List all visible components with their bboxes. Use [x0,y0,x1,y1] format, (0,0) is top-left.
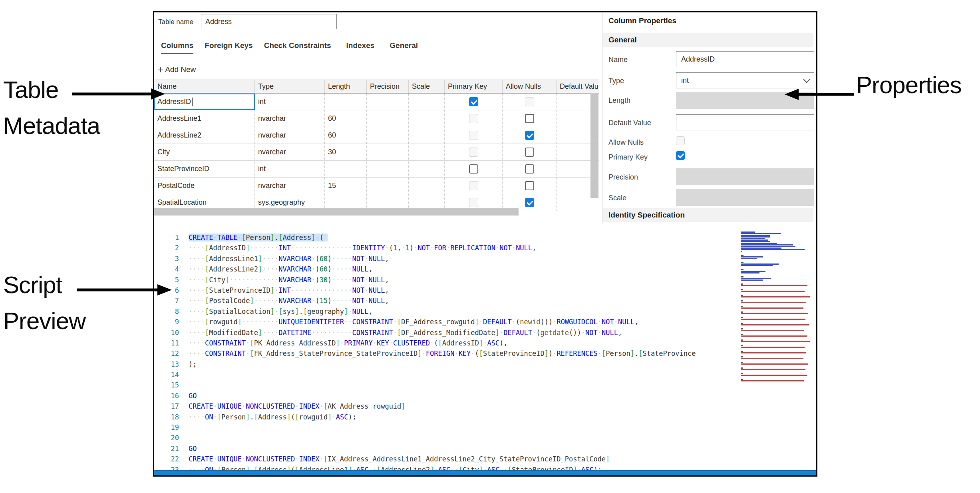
primary-key-checkbox[interactable] [469,97,478,106]
script-line[interactable]: 6····[StateProvinceID]·INT··············… [154,285,738,295]
cell-scale[interactable] [409,110,445,127]
cell-precision[interactable] [367,144,409,160]
script-line[interactable]: 10····[ModifiedDate]····DATETIME········… [154,327,738,338]
script-line[interactable]: 16GO [154,391,738,401]
table-name-input[interactable] [201,14,337,29]
tab-indexes[interactable]: Indexes [346,41,375,54]
allow-nulls-checkbox[interactable] [525,148,534,157]
cell-primary-key[interactable] [445,110,503,127]
cell-type[interactable]: nvarchar [255,144,325,160]
script-line[interactable]: 5····[City]············NVARCHAR·(30)····… [154,275,738,285]
cell-primary-key[interactable] [445,178,503,194]
cell-length[interactable]: 60 [325,110,367,127]
prop-type-select[interactable]: int [676,72,814,88]
table-row[interactable]: Citynvarchar30 [154,144,599,161]
table-row[interactable]: AddressLine1nvarchar60 [154,110,599,127]
script-line[interactable]: 7····[PostalCode]······NVARCHAR·(15)····… [154,295,738,306]
table-row[interactable]: AddressIDint [154,94,599,110]
cell-allow-nulls[interactable] [503,110,557,127]
cell-scale[interactable] [409,94,445,110]
col-header-allow-nulls[interactable]: Allow Nulls [503,80,557,93]
col-header-scale[interactable]: Scale [409,80,445,93]
allow-nulls-checkbox[interactable] [525,131,534,140]
cell-precision[interactable] [367,161,409,177]
script-line[interactable]: 22CREATE·UNIQUE·NONCLUSTERED·INDEX·[IX_A… [154,454,738,464]
cell-name[interactable]: City [154,144,255,160]
add-new-button[interactable]: + Add New [157,65,196,74]
cell-allow-nulls[interactable] [503,178,557,194]
cell-name[interactable]: PostalCode [154,178,255,194]
script-line[interactable]: 1CREATE·TABLE·[Person].[Address]·( [154,232,738,243]
script-line[interactable]: 19 [154,422,738,433]
table-row[interactable]: AddressLine2nvarchar60 [154,127,599,144]
allow-nulls-checkbox[interactable] [525,114,534,123]
cell-primary-key[interactable] [445,161,503,177]
cell-primary-key[interactable] [445,94,503,110]
allow-nulls-checkbox[interactable] [525,181,534,190]
primary-key-checkbox[interactable] [469,164,478,174]
cell-precision[interactable] [367,94,409,110]
col-header-precision[interactable]: Precision [367,80,409,93]
prop-primary-key-checkbox[interactable] [676,151,685,160]
cell-type[interactable]: int [255,94,325,110]
cell-length[interactable]: 15 [325,178,367,194]
cell-scale[interactable] [409,127,445,144]
section-general[interactable]: General [603,33,813,47]
script-line[interactable]: 18····ON·[Person].[Address]([rowguid]·AS… [154,412,738,422]
col-header-default-value[interactable]: Default Valu [557,80,599,93]
col-header-length[interactable]: Length [325,80,367,93]
script-line[interactable]: 15 [154,380,738,390]
editor-minimap[interactable] [741,232,813,409]
script-line[interactable]: 21GO [154,443,738,454]
cell-primary-key[interactable] [445,127,503,144]
cell-type[interactable]: int [255,161,325,177]
cell-name[interactable]: AddressID [154,94,255,110]
script-line[interactable]: 2····[AddressID]·······INT··············… [154,243,738,253]
cell-type[interactable]: nvarchar [255,127,325,144]
cell-precision[interactable] [367,127,409,144]
script-line[interactable]: 12····CONSTRAINT·[FK_Address_StateProvin… [154,348,738,359]
tab-check-constraints[interactable]: Check Constraints [264,41,331,54]
cell-length[interactable] [325,161,367,177]
cell-length[interactable]: 60 [325,127,367,144]
cell-allow-nulls[interactable] [503,161,557,177]
cell-precision[interactable] [367,110,409,127]
cell-name[interactable]: AddressLine2 [154,127,255,144]
cell-name[interactable]: AddressLine1 [154,110,255,127]
script-line[interactable]: 8····[SpatialLocation]·[sys].[geography]… [154,306,738,317]
script-line[interactable]: 13); [154,359,738,369]
cell-primary-key[interactable] [445,144,503,160]
script-line[interactable]: 3····[AddressLine1]····NVARCHAR·(60)····… [154,253,738,264]
grid-vertical-scrollbar[interactable] [590,93,598,198]
tab-general[interactable]: General [390,41,418,54]
cell-allow-nulls[interactable] [503,94,557,110]
cell-length[interactable]: 30 [325,144,367,160]
allow-nulls-checkbox[interactable] [525,164,534,174]
script-preview-editor[interactable]: 1CREATE·TABLE·[Person].[Address]·(2····[… [154,232,738,475]
cell-scale[interactable] [409,144,445,160]
script-line[interactable]: 20 [154,433,738,443]
col-header-type[interactable]: Type [255,80,325,93]
cell-scale[interactable] [409,178,445,194]
cell-allow-nulls[interactable] [503,144,557,160]
script-line[interactable]: 4····[AddressLine2]····NVARCHAR·(60)····… [154,264,738,274]
script-line[interactable]: 9····[rowguid]·········UNIQUEIDENTIFIER·… [154,317,738,327]
tab-columns[interactable]: Columns [161,41,193,54]
allow-nulls-checkbox[interactable] [525,198,534,207]
cell-type[interactable]: nvarchar [255,178,325,194]
prop-name-input[interactable] [676,51,814,67]
cell-allow-nulls[interactable] [503,127,557,144]
col-header-primary-key[interactable]: Primary Key [445,80,503,93]
script-line[interactable]: 14 [154,369,738,380]
prop-default-value-input[interactable] [676,114,814,130]
script-line[interactable]: 11····CONSTRAINT·[PK_Address_AddressID]·… [154,338,738,348]
grid-horizontal-scrollbar[interactable] [154,208,519,216]
cell-length[interactable] [325,94,367,110]
cell-name[interactable]: StateProvinceID [154,161,255,177]
cell-type[interactable]: nvarchar [255,110,325,127]
tab-foreign-keys[interactable]: Foreign Keys [205,41,252,54]
table-row[interactable]: StateProvinceIDint [154,161,599,178]
col-header-name[interactable]: Name [154,80,255,93]
script-line[interactable]: 17CREATE·UNIQUE·NONCLUSTERED·INDEX·[AK_A… [154,401,738,411]
table-row[interactable]: PostalCodenvarchar15 [154,178,599,194]
